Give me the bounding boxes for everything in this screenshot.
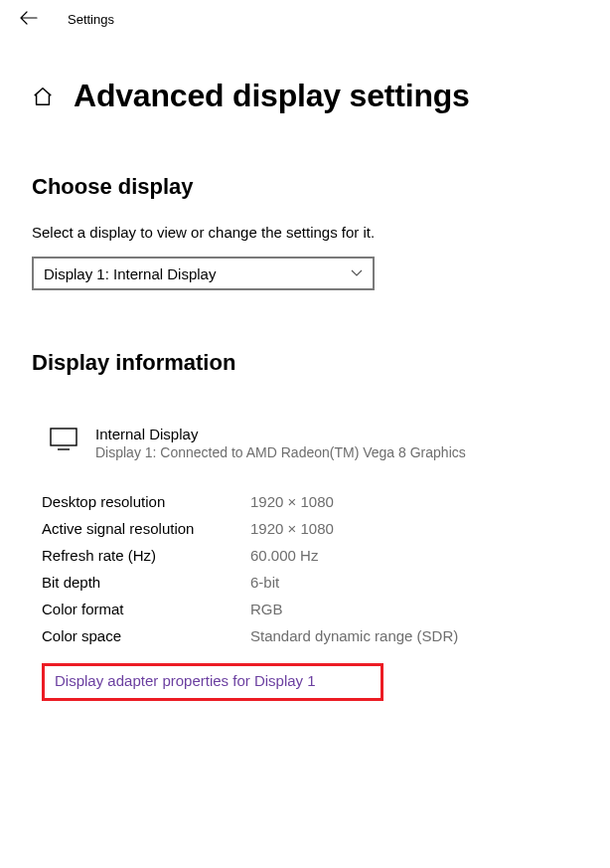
chevron-down-icon xyxy=(351,266,363,280)
desktop-resolution-label: Desktop resolution xyxy=(42,493,250,510)
refresh-rate-value: 60.000 Hz xyxy=(250,547,318,564)
choose-display-subtext: Select a display to view or change the s… xyxy=(32,224,578,241)
home-icon[interactable] xyxy=(32,86,54,107)
color-space-label: Color space xyxy=(42,627,250,644)
color-format-value: RGB xyxy=(250,601,283,617)
display-summary-text: Internal Display Display 1: Connected to… xyxy=(95,426,466,460)
active-signal-resolution-label: Active signal resolution xyxy=(42,520,250,537)
display-info-table: Desktop resolution 1920 × 1080 Active si… xyxy=(32,488,578,701)
display-name: Internal Display xyxy=(95,426,466,442)
bit-depth-value: 6-bit xyxy=(250,574,279,591)
content-area: Choose display Select a display to view … xyxy=(0,174,610,701)
adapter-link-highlight: Display adapter properties for Display 1 xyxy=(42,663,383,701)
desktop-resolution-value: 1920 × 1080 xyxy=(250,493,334,510)
display-adapter-properties-link[interactable]: Display adapter properties for Display 1 xyxy=(55,672,316,689)
top-bar: Settings xyxy=(0,0,610,38)
table-row: Color space Standard dynamic range (SDR) xyxy=(42,622,578,649)
table-row: Color format RGB xyxy=(42,596,578,622)
display-select-value: Display 1: Internal Display xyxy=(44,265,216,282)
table-row: Bit depth 6-bit xyxy=(42,569,578,596)
top-bar-title: Settings xyxy=(68,12,114,27)
display-connection: Display 1: Connected to AMD Radeon(TM) V… xyxy=(95,444,466,460)
refresh-rate-label: Refresh rate (Hz) xyxy=(42,547,250,564)
back-arrow-icon[interactable] xyxy=(20,10,38,28)
bit-depth-label: Bit depth xyxy=(42,574,250,591)
table-row: Active signal resolution 1920 × 1080 xyxy=(42,515,578,542)
choose-display-heading: Choose display xyxy=(32,174,578,200)
active-signal-resolution-value: 1920 × 1080 xyxy=(250,520,334,537)
svg-rect-0 xyxy=(51,429,76,445)
display-summary: Internal Display Display 1: Connected to… xyxy=(32,426,578,460)
color-format-label: Color format xyxy=(42,601,250,617)
table-row: Desktop resolution 1920 × 1080 xyxy=(42,488,578,515)
page-header: Advanced display settings xyxy=(0,38,610,114)
display-information-heading: Display information xyxy=(32,350,578,376)
monitor-icon xyxy=(50,428,77,451)
color-space-value: Standard dynamic range (SDR) xyxy=(250,627,458,644)
page-title: Advanced display settings xyxy=(74,78,470,114)
display-select-dropdown[interactable]: Display 1: Internal Display xyxy=(32,257,375,290)
table-row: Refresh rate (Hz) 60.000 Hz xyxy=(42,542,578,569)
